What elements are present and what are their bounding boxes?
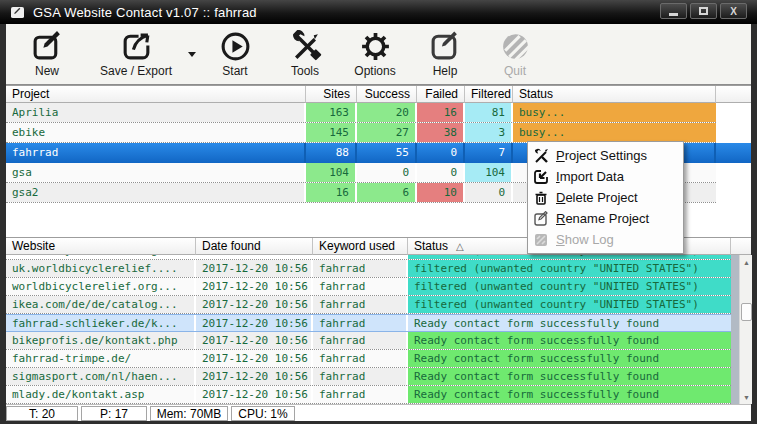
- menu-item-project-settings[interactable]: Project Settings: [528, 145, 683, 166]
- cell-date-found: 2017-12-20 10:56: [196, 278, 313, 295]
- project-row-ebike[interactable]: ebike 145 27 38 3 busy...: [6, 123, 716, 143]
- window-title: GSA Website Contact v1.07 :: fahrrad: [33, 5, 257, 20]
- new-label: New: [35, 64, 59, 78]
- result-row[interactable]: ikea.com/de/de/catalog... 2017-12-20 10:…: [6, 296, 731, 314]
- close-button[interactable]: X: [720, 3, 747, 19]
- result-row[interactable]: bikeprofis.de/kontakt.php 2017-12-20 10:…: [6, 332, 731, 350]
- options-button[interactable]: Options: [346, 30, 404, 78]
- quit-icon: [499, 30, 532, 63]
- result-row[interactable]: sigmasport.com/nl/haen... 2017-12-20 10:…: [6, 368, 731, 386]
- cell-success: 6: [357, 183, 417, 202]
- cell-failed: 0: [417, 143, 465, 163]
- column-header-date-found[interactable]: Date found: [196, 238, 313, 255]
- close-icon: X: [730, 6, 737, 17]
- cell-sites: 145: [306, 123, 357, 142]
- help-icon: [429, 30, 462, 63]
- quit-button[interactable]: Quit: [486, 30, 544, 78]
- cell-success: 20: [357, 103, 417, 122]
- app-window: GSA Website Contact v1.07 :: fahrrad X N…: [0, 0, 757, 424]
- cell-sites: 104: [306, 163, 357, 182]
- cell-website: uk.worldbicyclerelief....: [6, 260, 196, 277]
- menu-label: elete Project: [565, 190, 637, 205]
- column-header-project[interactable]: Project: [6, 86, 306, 103]
- column-header-status[interactable]: Status: [513, 86, 716, 103]
- cell-keyword: fahrrad: [313, 368, 408, 385]
- scrollbar-thumb[interactable]: [741, 303, 752, 321]
- save-export-dropdown[interactable]: [184, 34, 200, 74]
- menu-label: ename Project: [565, 211, 649, 226]
- result-row[interactable]: uk.worldbicyclerelief.... 2017-12-20 10:…: [6, 260, 731, 278]
- cell-date-found: 2017-12-20 10:56: [196, 260, 313, 277]
- scroll-up-button[interactable]: ▲: [740, 255, 753, 269]
- menu-label: mport Data: [560, 169, 624, 184]
- menu-accel: S: [556, 232, 565, 247]
- maximize-button[interactable]: [690, 3, 717, 19]
- cell-date-found: 2017-12-20 10:56: [196, 350, 313, 367]
- cell-status: filtered (unwanted country "UNITED STATE…: [408, 260, 731, 277]
- statusbar-cpu: CPU: 1%: [231, 406, 295, 421]
- cell-filtered: 3: [465, 123, 513, 142]
- cell-project: gsa2: [6, 183, 306, 202]
- menu-item-rename-project[interactable]: Rename Project: [528, 208, 683, 229]
- cell-status: filtered (unwanted country "UNITED STATE…: [408, 296, 731, 313]
- cell-keyword: fahrrad: [313, 350, 408, 367]
- tools-icon: [289, 30, 322, 63]
- cell-failed: 10: [417, 183, 465, 202]
- tools-icon: [533, 148, 549, 164]
- result-row[interactable]: fahrrad-trimpe.de/ 2017-12-20 10:56 fahr…: [6, 350, 731, 368]
- tools-button[interactable]: Tools: [276, 30, 334, 78]
- cell-date-found: 2017-12-20 10:56: [196, 368, 313, 385]
- menu-item-delete-project[interactable]: Delete Project: [528, 187, 683, 208]
- save-export-label: Save / Export: [100, 64, 172, 78]
- cell-website: ikea.com/de/de/catalog...: [6, 296, 196, 313]
- menu-item-import-data[interactable]: Import Data: [528, 166, 683, 187]
- column-header-failed[interactable]: Failed: [417, 86, 465, 103]
- cell-date-found: 2017-12-20 10:56: [196, 296, 313, 313]
- cell-date-found: 2017-12-20 10:56: [196, 386, 313, 403]
- cell-keyword: fahrrad: [313, 278, 408, 295]
- minimize-button[interactable]: [660, 3, 687, 19]
- cell-status: busy...: [513, 123, 716, 142]
- cell-project: Aprilia: [6, 103, 306, 122]
- cell-project: fahrrad: [6, 143, 306, 163]
- cell-status: Ready contact form successfully found: [408, 332, 731, 349]
- cell-failed: 38: [417, 123, 465, 142]
- cell-status: Ready contact form successfully found: [408, 350, 731, 367]
- cell-failed: 0: [417, 163, 465, 182]
- cell-keyword: fahrrad: [313, 296, 408, 313]
- cell-status: Ready contact form successfully found: [408, 315, 731, 331]
- new-button[interactable]: New: [18, 30, 76, 78]
- cell-date-found: 2017-12-20 10:56: [196, 332, 313, 349]
- statusbar-projects: P: 17: [81, 406, 147, 421]
- toolbar: New Save / Export Start: [6, 24, 751, 85]
- menu-item-show-log[interactable]: Show Log: [528, 229, 683, 250]
- column-header-filtered[interactable]: Filtered: [465, 86, 513, 103]
- start-label: Start: [222, 64, 247, 78]
- sort-ascending-icon: △: [456, 241, 464, 252]
- result-row[interactable]: worldbicyclerelief.org... 2017-12-20 10:…: [6, 278, 731, 296]
- scroll-down-button[interactable]: ▼: [740, 390, 753, 404]
- column-header-sites[interactable]: Sites: [306, 86, 357, 103]
- column-header-success[interactable]: Success: [357, 86, 417, 103]
- cell-website: worldbicyclerelief.org...: [6, 278, 196, 295]
- cell-status: busy...: [513, 103, 716, 122]
- cell-website: sigmasport.com/nl/haen...: [6, 368, 196, 385]
- start-button[interactable]: Start: [206, 30, 264, 78]
- cell-status: filtered (unwanted country "UNITED STATE…: [408, 278, 731, 295]
- cell-filtered: 104: [465, 163, 513, 182]
- help-button[interactable]: Help: [416, 30, 474, 78]
- minimize-icon: [669, 13, 678, 16]
- cell-website: fahrrad-schlieker.de/k...: [6, 315, 196, 331]
- result-row[interactable]: mlady.de/kontakt.asp 2017-12-20 10:56 fa…: [6, 386, 731, 404]
- cell-success: 0: [357, 163, 417, 182]
- menu-accel: R: [556, 211, 565, 226]
- column-header-website[interactable]: Website: [6, 238, 196, 255]
- vertical-scrollbar[interactable]: ▲ ▼: [739, 255, 752, 404]
- cell-failed: 16: [417, 103, 465, 122]
- result-row-selected[interactable]: fahrrad-schlieker.de/k... 2017-12-20 10:…: [6, 314, 731, 332]
- project-row-aprilia[interactable]: Aprilia 163 20 16 81 busy...: [6, 103, 716, 123]
- save-export-button[interactable]: Save / Export: [88, 30, 184, 78]
- column-header-keyword-used[interactable]: Keyword used: [313, 238, 408, 255]
- import-icon: [533, 169, 549, 185]
- new-icon: [31, 30, 64, 63]
